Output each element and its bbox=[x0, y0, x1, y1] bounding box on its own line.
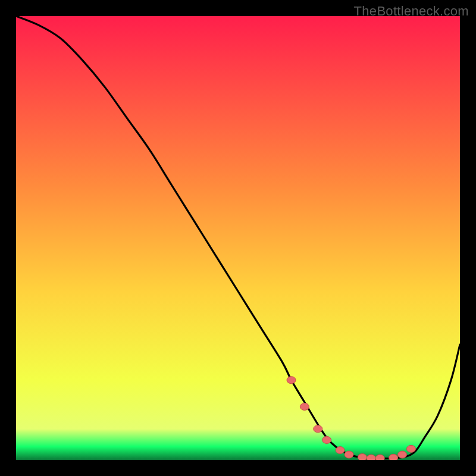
data-marker bbox=[287, 377, 296, 384]
data-marker bbox=[345, 451, 353, 458]
bottleneck-curve-chart bbox=[16, 16, 460, 460]
data-marker bbox=[389, 454, 398, 460]
watermark-text: TheBottleneck.com bbox=[354, 4, 469, 19]
data-marker bbox=[358, 454, 367, 460]
data-marker bbox=[314, 425, 322, 433]
data-marker bbox=[300, 403, 309, 410]
data-marker bbox=[398, 451, 407, 458]
chart-frame: TheBottleneck.com bbox=[0, 0, 476, 476]
data-marker bbox=[322, 436, 331, 443]
data-marker bbox=[406, 445, 415, 452]
data-marker bbox=[375, 455, 384, 460]
data-marker bbox=[336, 447, 345, 454]
plot-area bbox=[16, 16, 460, 460]
gradient-background bbox=[16, 16, 460, 460]
data-marker bbox=[367, 455, 375, 460]
